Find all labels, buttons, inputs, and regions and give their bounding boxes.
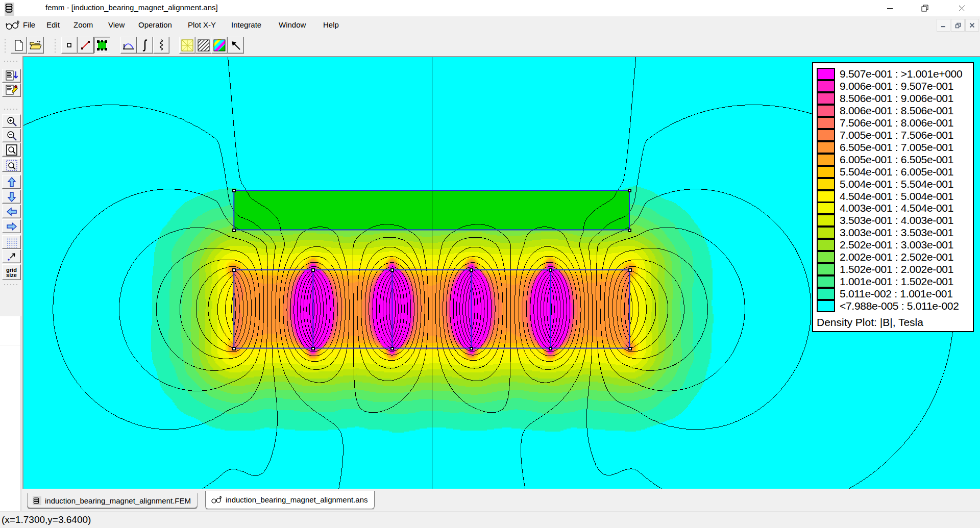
tab-results[interactable]: induction_bearing_magnet_alignment.ans	[205, 491, 375, 509]
show-grid-icon	[6, 237, 17, 248]
document-tab-bar: induction_bearing_magnet_alignment.FEMin…	[23, 489, 980, 511]
legend-title: Density Plot: |B|, Tesla	[817, 316, 923, 329]
zoom-window-icon	[6, 160, 17, 171]
arrow-plot-button[interactable]	[228, 37, 244, 54]
legend-swatch	[817, 288, 835, 300]
edit-results-icon	[5, 85, 18, 96]
legend-range-label: 9.006e-001 : 9.507e-001	[840, 80, 953, 92]
pan-down-button[interactable]	[2, 190, 21, 204]
contour-plot-button[interactable]	[195, 37, 212, 54]
legend-swatch	[817, 300, 835, 312]
side-toolbar-grip[interactable]	[3, 108, 18, 110]
mesh-icon	[181, 39, 193, 52]
mesh-button[interactable]	[179, 37, 195, 54]
restore-button[interactable]	[913, 0, 937, 16]
tab-label: induction_bearing_magnet_alignment.ans	[226, 495, 368, 504]
group-select-button[interactable]	[94, 37, 110, 54]
side-toolbar-grip[interactable]	[3, 284, 18, 286]
close-button[interactable]	[950, 0, 973, 16]
legend-range-label: 3.003e-001 : 3.503e-001	[840, 227, 953, 239]
mdi-restore-button[interactable]	[951, 19, 965, 32]
legend-range-label: 2.502e-001 : 3.003e-001	[840, 239, 953, 251]
legend-swatch	[817, 227, 835, 239]
zoom-window-button[interactable]	[2, 158, 21, 172]
coil-property-button[interactable]	[153, 37, 169, 54]
legend-range-label: 3.503e-001 : 4.003e-001	[840, 214, 953, 227]
legend-swatch	[817, 154, 835, 166]
menu-edit[interactable]: Edit	[41, 19, 65, 31]
open-folder-button[interactable]	[28, 37, 44, 54]
line-tool-icon	[81, 40, 91, 51]
line-tool-button[interactable]	[78, 37, 94, 54]
toolbar-grip[interactable]	[4, 38, 6, 54]
toolbar	[0, 34, 980, 57]
legend-range-label: 1.502e-001 : 2.002e-001	[840, 263, 953, 275]
tab-label: induction_bearing_magnet_alignment.FEM	[45, 496, 191, 505]
menu-window[interactable]: Window	[274, 19, 311, 31]
zoom-in-icon	[6, 116, 17, 127]
integral-button[interactable]	[137, 37, 153, 54]
sidebar-empty-panel	[0, 316, 21, 511]
menu-help[interactable]: Help	[318, 19, 344, 31]
minimize-button[interactable]	[878, 0, 901, 16]
point-values-button[interactable]	[2, 69, 21, 83]
zoom-page-button[interactable]	[2, 143, 21, 157]
menu-zoom[interactable]: Zoom	[68, 19, 98, 31]
zoom-in-button[interactable]	[2, 114, 21, 128]
zoom-out-button[interactable]	[2, 129, 21, 142]
plot-arc-button[interactable]	[120, 37, 137, 54]
pan-right-button[interactable]	[2, 219, 21, 233]
legend-range-label: 7.506e-001 : 8.006e-001	[840, 117, 953, 129]
sidebar-divider	[0, 345, 20, 345]
mdi-close-icon	[969, 22, 975, 28]
legend-range-label: 7.005e-001 : 7.506e-001	[840, 129, 953, 141]
plot-arc-icon	[122, 40, 135, 51]
new-document-button[interactable]	[11, 37, 27, 54]
legend-swatch	[817, 105, 835, 117]
arrow-plot-icon	[230, 40, 241, 51]
point-tool-icon	[65, 41, 74, 50]
legend-swatch	[817, 190, 835, 203]
legend-swatch	[817, 141, 835, 154]
legend-range-label: 5.011e-002 : 1.001e-001	[840, 288, 953, 300]
menu-view[interactable]: View	[103, 19, 130, 31]
menu-integrate[interactable]: Integrate	[226, 19, 266, 31]
menu-file[interactable]: File	[18, 19, 40, 31]
menu-operation[interactable]: Operation	[133, 19, 177, 31]
status-bar: (x=1.7300,y=3.6400)	[0, 511, 980, 528]
legend-swatch	[817, 202, 835, 214]
new-document-icon	[14, 40, 24, 51]
pan-up-button[interactable]	[2, 175, 21, 189]
legend-range-label: 8.506e-001 : 9.006e-001	[840, 92, 953, 105]
mdi-minimize-button[interactable]	[937, 19, 950, 32]
density-plot-button[interactable]	[211, 37, 228, 54]
legend-swatch	[817, 275, 835, 288]
mdi-close-button[interactable]	[965, 19, 979, 32]
contour-plot-icon	[198, 39, 210, 52]
legend-swatch	[817, 92, 835, 105]
legend-swatch	[817, 68, 835, 80]
close-icon	[959, 5, 965, 12]
menu-plot-x-y[interactable]: Plot X-Y	[183, 19, 221, 31]
restore-icon	[921, 5, 928, 12]
edit-results-button[interactable]	[2, 83, 21, 97]
legend-range-label: 4.504e-001 : 5.004e-001	[840, 190, 953, 203]
show-grid-button[interactable]	[2, 235, 21, 249]
grid-size-label: gridsize	[6, 267, 17, 278]
integral-icon	[141, 39, 149, 52]
side-toolbar: gridsize	[0, 57, 22, 316]
tab-model[interactable]: induction_bearing_magnet_alignment.FEM	[27, 493, 198, 508]
femm-model-icon	[33, 496, 41, 505]
legend-range-label: <7.988e-005 : 5.011e-002	[840, 300, 959, 312]
femm-app-icon	[4, 3, 16, 15]
snap-grid-button[interactable]	[2, 249, 21, 263]
legend-swatch	[817, 129, 835, 141]
grid-size-button[interactable]: gridsize	[2, 264, 21, 280]
pan-left-button[interactable]	[2, 205, 21, 218]
toolbar-grip[interactable]	[54, 38, 56, 54]
zoom-out-icon	[6, 130, 17, 141]
side-toolbar-grip[interactable]	[3, 60, 18, 62]
point-tool-button[interactable]	[61, 37, 78, 54]
legend-range-label: 9.507e-001 : >1.001e+000	[840, 68, 962, 80]
mdi-minimize-icon	[941, 22, 946, 28]
